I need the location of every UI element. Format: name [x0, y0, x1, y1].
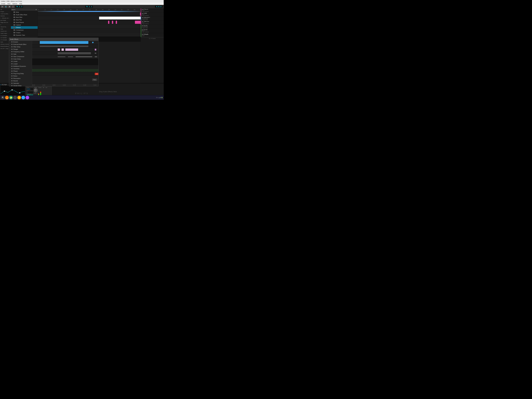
comp-thresh-label: Thresh [38, 87, 41, 88]
clip-serum-1[interactable] [140, 13, 141, 16]
effect-browser-overlay: Audio Effects Erosion External Audio Eff… [38, 38, 98, 83]
effect-main-area: JD2 83 |0:15 |0:30 |0:45 |1:00 |1:15 |1:… [38, 41, 98, 83]
browser-item-autopan[interactable]: Auto Pan [11, 19, 38, 21]
collection-item[interactable]: ndLab.Trip... [0, 26, 11, 28]
rewind-btn[interactable]: ⏮ [1, 6, 4, 8]
track-3-row [38, 20, 141, 24]
track-6-row [38, 32, 141, 37]
browser-title: Name [12, 9, 15, 10]
browser-item-label: Chorus [16, 27, 20, 28]
collection-item[interactable]: s To Sample... [0, 35, 11, 37]
clip-wdot-1[interactable] [95, 53, 96, 54]
raw-button[interactable]: Raw [92, 79, 97, 81]
browser-item-audioeffectrack[interactable]: Audio Effect Rack [11, 13, 38, 16]
comp-edit-label: Edit [27, 90, 33, 91]
menu-help[interactable]: Help [19, 3, 22, 5]
clip-3-4[interactable] [135, 21, 141, 24]
track-sub-audio9: MixerTrack Volume [142, 30, 163, 33]
clip-blue-row1[interactable] [40, 41, 88, 44]
record-btn[interactable]: ● [12, 6, 14, 8]
clip-pink-2[interactable] [62, 49, 64, 51]
menu-create[interactable]: Create [1, 3, 5, 5]
collection-item[interactable]: s [0, 24, 11, 26]
track-p8r-row [38, 16, 141, 20]
clip-3-3[interactable] [116, 21, 117, 24]
eq-name: SQ Eight [2, 84, 7, 85]
timeline-scrollbar[interactable] [38, 11, 141, 12]
track-name-audio10: ▼ 10 Audio [142, 34, 163, 35]
comp-mode-value[interactable]: Stereo [27, 88, 33, 90]
collection-item[interactable]: Project [0, 11, 11, 13]
audio-clip-waveform[interactable] [38, 69, 98, 72]
clip-blue-dot[interactable] [92, 42, 94, 43]
ruler-mark: 53 [108, 8, 110, 11]
collection-item[interactable]: MonKist [0, 15, 11, 17]
browser-item-autofilter[interactable]: Auto Filter [11, 16, 38, 19]
taskbar-files[interactable]: 📁 [9, 96, 13, 99]
browser-item-compressor[interactable]: Compressor [11, 29, 38, 31]
clip-3-2[interactable] [112, 21, 113, 24]
title-bar: Untitled - DNB] - Ableton Live 9 Suite [0, 0, 164, 3]
collection-item[interactable]: Vocals Vol.1 [0, 30, 11, 32]
taskbar-search[interactable]: 🔍 [1, 96, 5, 99]
clip-wline-2[interactable] [58, 54, 91, 54]
clip-pink-1[interactable] [58, 49, 60, 51]
ruler-mark: 61 [121, 8, 122, 11]
comp-out-label: Out [45, 87, 47, 88]
taskbar-notes[interactable]: ⭐ [17, 96, 21, 99]
menu-view[interactable]: View [7, 3, 10, 5]
corpus-icon [13, 32, 15, 33]
eq-power-indicator: ● [0, 84, 1, 85]
title-text: Untitled - DNB] - Ableton Live 9 Suite [1, 1, 22, 2]
taskbar-terminal[interactable]: ⬛ [13, 96, 17, 99]
clip-dash-2[interactable] [68, 57, 73, 57]
browser-item-amp[interactable]: Amp [11, 11, 38, 13]
clip-pink-dot[interactable] [95, 49, 96, 51]
comp-ratio-label: Ratio [34, 87, 37, 88]
stop-btn[interactable]: ⏹ [8, 6, 11, 8]
ruler-mark: 25 [63, 8, 65, 11]
clip-white-line2[interactable] [40, 47, 88, 47]
taskbar-firefox[interactable]: 🦊 [5, 96, 9, 99]
track-header-audio8: ▼ 8 Audio CompressorOutput Gain [141, 25, 164, 29]
collection-item[interactable]: ga Omega [0, 19, 11, 21]
clip-pink-3[interactable] [65, 49, 78, 51]
taskbar-browser[interactable]: 🌐 [21, 96, 25, 99]
track-name-massive: ▼ 7 Massive [142, 21, 163, 22]
clip-p8r-1[interactable] [99, 17, 141, 19]
ruler-mark: 73 [140, 8, 141, 11]
browser-item-label: Corpus [16, 32, 20, 33]
track-serum-row [38, 12, 141, 16]
ruler-mark: 13 [44, 8, 46, 11]
play-btn[interactable]: ▶ [5, 6, 7, 8]
menu-options[interactable]: Options [13, 3, 17, 5]
dynamictube-icon [13, 35, 15, 36]
browser-item-cabinet[interactable]: Cabinet [11, 24, 38, 26]
browser-item-beatrepeat[interactable]: Beat Repeat [11, 21, 38, 24]
clip-white-line[interactable] [40, 46, 88, 46]
amp-icon [13, 12, 15, 13]
comp-mode-label: Mode [27, 87, 33, 88]
clip-3-1[interactable] [108, 21, 109, 24]
clip-dash-3[interactable] [76, 57, 92, 57]
clip-dash-dot[interactable] [95, 56, 97, 57]
comp-gr-label: GR [43, 87, 44, 88]
clip-orange-1[interactable]: JD2 [95, 73, 98, 75]
comp-edit-value[interactable]: A [27, 91, 33, 93]
collection-item[interactable]: Heat [0, 28, 11, 30]
browser-item-corpus[interactable]: Corpus [11, 31, 38, 34]
collection-item[interactable]: r Give Up (feat... [0, 13, 11, 15]
collection-item[interactable]: Track Loops... [0, 32, 11, 35]
track-sub-serum: MixerTrack Volume [142, 10, 163, 12]
browser-item-dynamictube[interactable]: Dynamic Tube [11, 34, 38, 37]
collection-item[interactable]: r - Ultimate Lofi... [0, 17, 11, 19]
collection-item[interactable]: ary [0, 8, 11, 11]
taskbar-music[interactable]: ♪ [25, 96, 29, 99]
comp-ratio-knob[interactable] [34, 88, 38, 92]
browser-item-chorus[interactable]: Chorus [11, 26, 38, 29]
collection-item[interactable]: Magic.SM.170... [0, 21, 11, 24]
clip-dash-1[interactable] [58, 57, 65, 57]
ruler-mark: 57 [114, 8, 116, 11]
clip-wline-1[interactable] [58, 53, 91, 53]
ruler-mark: 9 [38, 8, 39, 11]
